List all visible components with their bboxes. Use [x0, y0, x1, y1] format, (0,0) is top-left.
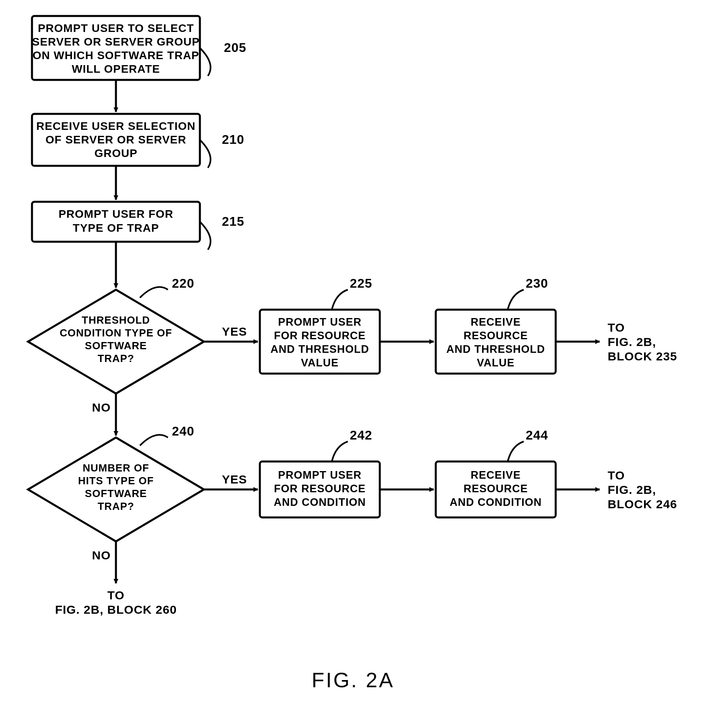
ref-230: 230: [526, 276, 548, 290]
ref-callout-215: [200, 222, 211, 250]
box205-line3: ON WHICH SOFTWARE TRAP: [32, 49, 199, 62]
off235-l3: BLOCK 235: [608, 350, 677, 363]
ref-242: 242: [350, 428, 372, 442]
off260-l2: FIG. 2B, BLOCK 260: [55, 603, 177, 616]
box205-line4: WILL OPERATE: [72, 63, 160, 75]
process-230: RECEIVE RESOURCE AND THRESHOLD VALUE: [436, 310, 556, 374]
dec220-line2: CONDITION TYPE OF: [60, 327, 172, 339]
dec240-line1: NUMBER OF: [83, 462, 149, 474]
no-220: NO: [92, 401, 111, 414]
ref-210: 210: [222, 132, 244, 147]
box230-line2: RESOURCE: [463, 330, 528, 342]
box230-line4: VALUE: [477, 357, 515, 369]
ref-240: 240: [172, 424, 194, 438]
box244-line1: RECEIVE: [471, 469, 521, 481]
ref-callout-205: [200, 48, 211, 76]
yes-240: YES: [222, 473, 247, 486]
box230-line1: RECEIVE: [471, 316, 521, 328]
box244-line3: AND CONDITION: [450, 496, 542, 508]
box225-line1: PROMPT USER: [278, 316, 361, 328]
ref-callout-225: [332, 290, 348, 310]
box210-line3: GROUP: [94, 147, 138, 159]
box242-line3: AND CONDITION: [274, 496, 366, 508]
ref-244: 244: [526, 428, 548, 442]
ref-callout-242: [332, 442, 348, 461]
no-240: NO: [92, 549, 111, 562]
off246-l3: BLOCK 246: [608, 497, 677, 511]
off246-l1: TO: [608, 469, 625, 482]
process-210: RECEIVE USER SELECTION OF SERVER OR SERV…: [32, 114, 200, 166]
flowchart-figure-2a: PROMPT USER TO SELECT SERVER OR SERVER G…: [0, 0, 706, 728]
dec240-line3: SOFTWARE: [85, 487, 147, 499]
process-215: PROMPT USER FOR TYPE OF TRAP: [32, 202, 200, 242]
off260-l1: TO: [107, 589, 124, 602]
ref-215: 215: [222, 214, 244, 229]
ref-225: 225: [350, 276, 372, 290]
box210-line2: OF SERVER OR SERVER: [46, 133, 187, 146]
off235-l1: TO: [608, 321, 625, 334]
decision-220: THRESHOLD CONDITION TYPE OF SOFTWARE TRA…: [28, 290, 204, 394]
process-244: RECEIVE RESOURCE AND CONDITION: [436, 461, 556, 517]
ref-220: 220: [172, 276, 194, 290]
dec240-line4: TRAP?: [98, 500, 134, 512]
ref-callout-244: [508, 442, 524, 461]
off246-l2: FIG. 2B,: [608, 483, 656, 496]
box225-line2: FOR RESOURCE: [274, 330, 366, 342]
box244-line2: RESOURCE: [463, 483, 528, 495]
box242-line1: PROMPT USER: [278, 469, 361, 481]
box230-line3: AND THRESHOLD: [447, 343, 545, 355]
ref-callout-220: [140, 287, 168, 298]
ref-callout-230: [508, 290, 524, 310]
figure-caption: FIG. 2A: [311, 668, 394, 692]
process-242: PROMPT USER FOR RESOURCE AND CONDITION: [260, 461, 380, 517]
ref-callout-240: [140, 435, 168, 446]
dec220-line4: TRAP?: [98, 352, 134, 364]
box225-line4: VALUE: [301, 357, 339, 369]
process-205: PROMPT USER TO SELECT SERVER OR SERVER G…: [32, 16, 200, 80]
ref-callout-210: [200, 140, 211, 168]
dec220-line3: SOFTWARE: [85, 340, 147, 352]
ref-205: 205: [224, 40, 246, 55]
process-225: PROMPT USER FOR RESOURCE AND THRESHOLD V…: [260, 310, 380, 374]
box210-line1: RECEIVE USER SELECTION: [36, 120, 196, 132]
box242-line2: FOR RESOURCE: [274, 483, 366, 495]
yes-220: YES: [222, 325, 247, 338]
box205-line1: PROMPT USER TO SELECT: [38, 22, 194, 34]
dec220-line1: THRESHOLD: [82, 314, 150, 326]
box205-line2: SERVER OR SERVER GROUP: [32, 36, 199, 48]
box215-line1: PROMPT USER FOR: [58, 208, 173, 220]
box215-line2: TYPE OF TRAP: [73, 222, 159, 234]
dec240-line2: HITS TYPE OF: [78, 475, 154, 487]
decision-240: NUMBER OF HITS TYPE OF SOFTWARE TRAP?: [28, 438, 204, 541]
box225-line3: AND THRESHOLD: [271, 343, 369, 355]
off235-l2: FIG. 2B,: [608, 335, 656, 348]
